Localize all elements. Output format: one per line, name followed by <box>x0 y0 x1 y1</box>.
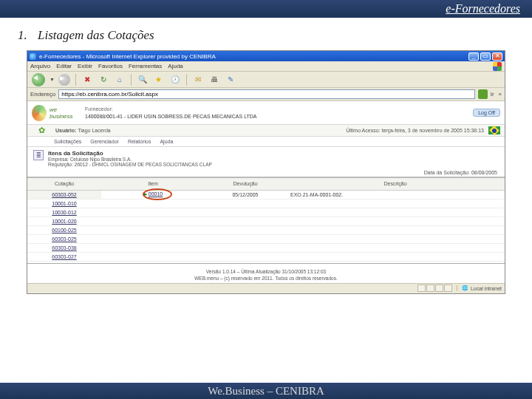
req-label: Requisição: <box>48 162 73 167</box>
address-label: Endereço <box>30 91 55 98</box>
app-header: we business Fornecedor: 1400088/001-41 -… <box>27 101 505 125</box>
app-footer: Versão 1.0.14 – Última Atualização 31/10… <box>27 263 505 283</box>
table-row[interactable]: 10030-012 <box>27 208 505 216</box>
browser-toolbar: ◄ ▼ ► ✖ ↻ ⌂ 🔍 ★ 🕗 ✉ 🖶 ✎ <box>27 72 505 88</box>
forn-label: Fornecedor: <box>85 106 113 112</box>
section-text: Listagem das Cotações <box>38 28 154 42</box>
table-row[interactable]: 60303-025 <box>27 234 505 243</box>
slide-footer: We.Business – CENIBRA <box>0 383 532 399</box>
date-label: Data da Solicitação: <box>424 170 470 175</box>
section-title: 1. Listagem das Cotações <box>0 18 532 49</box>
search-icon[interactable]: 🔍 <box>136 73 149 86</box>
menu-solicitacoes[interactable]: Solicitações <box>54 139 81 144</box>
empresa-value: Celulose Nipo Brasileira S.A. <box>70 157 132 162</box>
go-button[interactable] <box>478 89 488 99</box>
date-row: Data da Solicitação: 08/08/2005 <box>27 168 505 178</box>
itens-header: ≣ Itens da Solicitação Empresa: Celulose… <box>27 147 505 168</box>
col-item: Item <box>101 178 205 190</box>
logo-swirl-icon <box>32 105 47 121</box>
screenshot-window: e-Fornecedores - Microsoft Internet Expl… <box>27 50 505 294</box>
app-subheader: ✿ Usuário: Tiago Lacerda Último Acesso: … <box>27 125 505 137</box>
table-row[interactable]: 10001-010 <box>27 199 505 208</box>
windows-flag-icon <box>493 62 502 71</box>
table-row[interactable]: 60303-038 <box>27 243 505 252</box>
date-value: 08/08/2005 <box>471 170 497 175</box>
slide-header-title: e-Fornecedores <box>446 2 520 15</box>
window-titlebar: e-Fornecedores - Microsoft Internet Expl… <box>27 51 505 61</box>
close-button[interactable]: ✕ <box>492 52 502 61</box>
col-cotacao: Cotação <box>27 178 101 190</box>
req-value: 26012 - DHMCL OSINAGEM DE PECAS SOLICITA… <box>75 162 212 167</box>
maximize-button[interactable]: ▭ <box>480 52 491 61</box>
footer-line2: WEB.menu – (c) reservado em 2011. Todos … <box>27 275 505 282</box>
security-zone: 🌐 Local intranet <box>457 285 502 291</box>
nav-back-button[interactable]: ◄ <box>30 73 47 86</box>
browser-menubar: Arquivo Editar Exibir Favoritos Ferramen… <box>27 61 505 72</box>
stop-icon[interactable]: ✖ <box>81 73 94 86</box>
brazil-flag-icon[interactable] <box>488 126 500 134</box>
user-label: Usuário: <box>55 128 76 133</box>
menu-ajuda[interactable]: Ajuda <box>168 63 183 69</box>
footer-line1: Versão 1.0.14 – Última Atualização 31/10… <box>27 268 505 275</box>
menu-relatorios[interactable]: Relatórios <box>128 139 151 144</box>
refresh-icon[interactable]: ↻ <box>97 73 110 86</box>
empresa-label: Empresa: <box>48 157 69 162</box>
logoff-button[interactable]: Log Off <box>473 109 500 117</box>
status-panes <box>417 284 452 292</box>
favorites-icon[interactable]: ★ <box>152 73 166 86</box>
menu-arquivo[interactable]: Arquivo <box>30 63 50 69</box>
menu-gerenciador[interactable]: Gerenciador <box>90 139 119 144</box>
print-icon[interactable]: 🖶 <box>208 73 221 86</box>
cenibra-logo-icon: ✿ <box>32 126 51 136</box>
window-title: e-Fornecedores - Microsoft Internet Expl… <box>39 53 468 60</box>
desc-cell: EXO.21-MA-0001-002. <box>286 190 505 199</box>
cot-cell[interactable]: 60303-052 <box>27 190 101 199</box>
zone-label: Local intranet <box>471 286 502 291</box>
user-value: Tiago Lacerda <box>78 128 111 133</box>
history-icon[interactable]: 🕗 <box>168 73 182 86</box>
last-access-value: terça-feira, 3 de novembro de 2005 15:38… <box>381 128 484 133</box>
menu-editar[interactable]: Editar <box>56 63 72 69</box>
menu-favoritos[interactable]: Favoritos <box>98 63 123 69</box>
nav-forward-button[interactable]: ► <box>58 73 71 86</box>
col-devolucao: Devolução <box>205 178 286 190</box>
table-row[interactable]: 10001-020 <box>27 216 505 225</box>
ie-icon <box>30 53 36 60</box>
forn-value: 1400088/001-41 - LIDER USIN.SOBRESS.DE P… <box>85 113 467 120</box>
last-access-label: Último Acesso: <box>346 128 380 133</box>
table-header-row: Cotação Item Devolução Descrição <box>27 178 505 190</box>
section-number: 1. <box>18 28 27 42</box>
address-input[interactable] <box>58 89 474 99</box>
table-row[interactable]: 60100-025 <box>27 225 505 234</box>
browser-statusbar: 🌐 Local intranet <box>27 283 505 293</box>
table-row[interactable]: 60303-052 ▶00010 05/12/2005 EXO.21-MA-00… <box>27 190 505 199</box>
dev-cell: 05/12/2005 <box>205 190 286 199</box>
col-descricao: Descrição <box>286 178 505 190</box>
page-content: we business Fornecedor: 1400088/001-41 -… <box>27 101 505 283</box>
slide-header-bar: e-Fornecedores <box>0 0 532 18</box>
toolbar-chevron-icon[interactable]: » <box>499 91 502 98</box>
cotacoes-table: Cotação Item Devolução Descrição 60303-0… <box>27 178 505 262</box>
edit-icon[interactable]: ✎ <box>224 73 237 86</box>
slide-footer-text: We.Business – CENIBRA <box>208 385 324 397</box>
go-label: Ir <box>491 91 494 98</box>
item-cell[interactable]: ▶00010 <box>101 190 205 199</box>
globe-icon: 🌐 <box>462 285 468 291</box>
menu-exibir[interactable]: Exibir <box>78 63 92 69</box>
itens-title: Itens da Solicitação <box>48 150 212 157</box>
menu-ajuda-app[interactable]: Ajuda <box>160 139 173 144</box>
mail-icon[interactable]: ✉ <box>191 73 205 86</box>
app-menubar: Solicitações Gerenciador Relatórios Ajud… <box>27 137 505 147</box>
home-icon[interactable]: ⌂ <box>113 73 126 86</box>
address-bar: Endereço Ir » <box>27 88 505 101</box>
minimize-button[interactable]: _ <box>468 52 479 61</box>
logo-text: we business <box>50 106 79 120</box>
webusiness-logo: we business <box>32 103 79 123</box>
arrow-right-icon: ▶ <box>143 191 147 197</box>
list-icon: ≣ <box>33 150 44 160</box>
menu-ferramentas[interactable]: Ferramentas <box>129 63 162 69</box>
table-row[interactable]: 60303-027 <box>27 252 505 261</box>
